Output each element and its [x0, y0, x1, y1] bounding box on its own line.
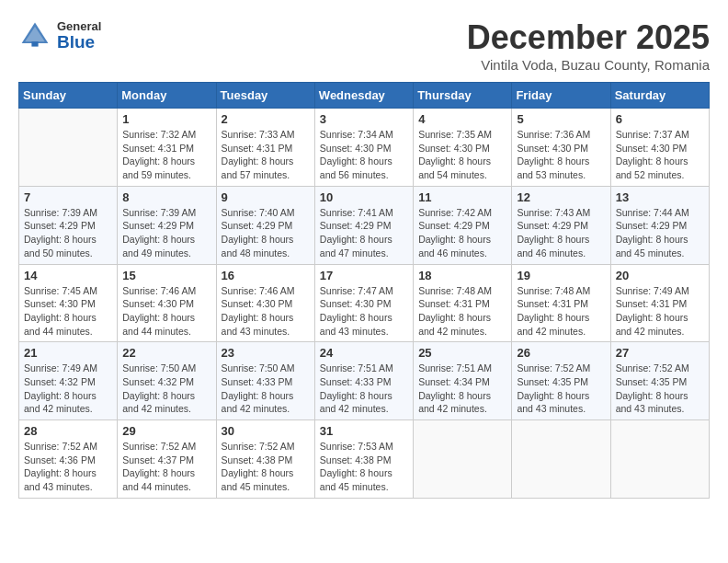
- day-info: Sunrise: 7:49 AM Sunset: 4:32 PM Dayligh…: [24, 362, 112, 416]
- calendar-cell: 31Sunrise: 7:53 AM Sunset: 4:38 PM Dayli…: [314, 420, 413, 499]
- day-number: 16: [222, 269, 310, 282]
- day-info: Sunrise: 7:51 AM Sunset: 4:34 PM Dayligh…: [418, 362, 506, 416]
- day-info: Sunrise: 7:39 AM Sunset: 4:29 PM Dayligh…: [24, 206, 112, 260]
- day-number: 1: [122, 112, 210, 126]
- day-number: 20: [616, 269, 704, 282]
- calendar-cell: 6Sunrise: 7:37 AM Sunset: 4:30 PM Daylig…: [610, 109, 709, 187]
- day-info: Sunrise: 7:51 AM Sunset: 4:33 PM Dayligh…: [320, 362, 408, 416]
- calendar-cell: 8Sunrise: 7:39 AM Sunset: 4:29 PM Daylig…: [118, 186, 216, 264]
- day-header-monday: Monday: [118, 83, 216, 109]
- day-number: 15: [122, 269, 210, 282]
- day-info: Sunrise: 7:45 AM Sunset: 4:30 PM Dayligh…: [24, 284, 112, 339]
- day-number: 8: [122, 190, 210, 204]
- svg-rect-2: [31, 41, 38, 46]
- day-info: Sunrise: 7:49 AM Sunset: 4:31 PM Dayligh…: [616, 284, 704, 339]
- calendar-cell: 12Sunrise: 7:43 AM Sunset: 4:29 PM Dayli…: [512, 186, 610, 264]
- day-header-sunday: Sunday: [19, 83, 118, 109]
- day-number: 10: [320, 190, 408, 204]
- day-info: Sunrise: 7:35 AM Sunset: 4:30 PM Dayligh…: [418, 128, 506, 182]
- calendar-cell: 24Sunrise: 7:51 AM Sunset: 4:33 PM Dayli…: [314, 342, 413, 420]
- day-number: 4: [418, 112, 506, 126]
- calendar-cell: 17Sunrise: 7:47 AM Sunset: 4:30 PM Dayli…: [314, 264, 413, 342]
- calendar-cell: 2Sunrise: 7:33 AM Sunset: 4:31 PM Daylig…: [216, 109, 314, 187]
- day-number: 17: [320, 269, 408, 282]
- day-number: 7: [24, 190, 112, 204]
- logo: General Blue: [18, 18, 101, 52]
- day-header-wednesday: Wednesday: [314, 83, 413, 109]
- logo-general: General: [57, 19, 101, 33]
- day-info: Sunrise: 7:44 AM Sunset: 4:29 PM Dayligh…: [616, 206, 704, 260]
- day-number: 22: [122, 346, 210, 360]
- day-info: Sunrise: 7:52 AM Sunset: 4:37 PM Dayligh…: [122, 440, 210, 494]
- calendar-cell: [512, 420, 610, 499]
- calendar-cell: 16Sunrise: 7:46 AM Sunset: 4:30 PM Dayli…: [216, 264, 314, 342]
- calendar-cell: 15Sunrise: 7:46 AM Sunset: 4:30 PM Dayli…: [118, 264, 216, 342]
- day-number: 18: [418, 269, 506, 282]
- logo-icon: [18, 18, 51, 52]
- calendar-cell: 1Sunrise: 7:32 AM Sunset: 4:31 PM Daylig…: [118, 109, 216, 187]
- day-number: 13: [616, 190, 704, 204]
- calendar-cell: 22Sunrise: 7:50 AM Sunset: 4:32 PM Dayli…: [118, 342, 216, 420]
- day-number: 23: [222, 346, 310, 360]
- month-title: December 2025: [467, 18, 710, 57]
- calendar-cell: 25Sunrise: 7:51 AM Sunset: 4:34 PM Dayli…: [414, 342, 512, 420]
- calendar-cell: 3Sunrise: 7:34 AM Sunset: 4:30 PM Daylig…: [314, 109, 413, 187]
- day-info: Sunrise: 7:50 AM Sunset: 4:33 PM Dayligh…: [222, 362, 310, 416]
- day-info: Sunrise: 7:50 AM Sunset: 4:32 PM Dayligh…: [122, 362, 210, 416]
- calendar-cell: 14Sunrise: 7:45 AM Sunset: 4:30 PM Dayli…: [19, 264, 118, 342]
- week-row-1: 1Sunrise: 7:32 AM Sunset: 4:31 PM Daylig…: [19, 109, 710, 187]
- day-number: 2: [222, 112, 310, 126]
- day-info: Sunrise: 7:52 AM Sunset: 4:36 PM Dayligh…: [24, 440, 112, 494]
- calendar-cell: 28Sunrise: 7:52 AM Sunset: 4:36 PM Dayli…: [19, 420, 118, 499]
- day-info: Sunrise: 7:42 AM Sunset: 4:29 PM Dayligh…: [418, 206, 506, 260]
- calendar-cell: 18Sunrise: 7:48 AM Sunset: 4:31 PM Dayli…: [414, 264, 512, 342]
- day-number: 14: [24, 269, 112, 282]
- calendar-header-row: SundayMondayTuesdayWednesdayThursdayFrid…: [19, 83, 710, 109]
- day-info: Sunrise: 7:34 AM Sunset: 4:30 PM Dayligh…: [320, 128, 408, 182]
- day-info: Sunrise: 7:36 AM Sunset: 4:30 PM Dayligh…: [517, 128, 605, 182]
- calendar-cell: 23Sunrise: 7:50 AM Sunset: 4:33 PM Dayli…: [216, 342, 314, 420]
- week-row-3: 14Sunrise: 7:45 AM Sunset: 4:30 PM Dayli…: [19, 264, 710, 342]
- day-info: Sunrise: 7:48 AM Sunset: 4:31 PM Dayligh…: [517, 284, 605, 339]
- day-info: Sunrise: 7:46 AM Sunset: 4:30 PM Dayligh…: [122, 284, 210, 339]
- calendar-cell: 20Sunrise: 7:49 AM Sunset: 4:31 PM Dayli…: [610, 264, 709, 342]
- day-number: 25: [418, 346, 506, 360]
- day-number: 27: [616, 346, 704, 360]
- day-info: Sunrise: 7:52 AM Sunset: 4:35 PM Dayligh…: [517, 362, 605, 416]
- calendar-cell: 21Sunrise: 7:49 AM Sunset: 4:32 PM Dayli…: [19, 342, 118, 420]
- week-row-4: 21Sunrise: 7:49 AM Sunset: 4:32 PM Dayli…: [19, 342, 710, 420]
- day-number: 29: [122, 424, 210, 438]
- day-info: Sunrise: 7:53 AM Sunset: 4:38 PM Dayligh…: [320, 440, 408, 494]
- day-number: 24: [320, 346, 408, 360]
- calendar-cell: [610, 420, 709, 499]
- calendar-cell: 4Sunrise: 7:35 AM Sunset: 4:30 PM Daylig…: [414, 109, 512, 187]
- calendar-cell: 30Sunrise: 7:52 AM Sunset: 4:38 PM Dayli…: [216, 420, 314, 499]
- day-info: Sunrise: 7:43 AM Sunset: 4:29 PM Dayligh…: [517, 206, 605, 260]
- day-info: Sunrise: 7:32 AM Sunset: 4:31 PM Dayligh…: [122, 128, 210, 182]
- day-number: 5: [517, 112, 605, 126]
- calendar-cell: 9Sunrise: 7:40 AM Sunset: 4:29 PM Daylig…: [216, 186, 314, 264]
- day-header-thursday: Thursday: [414, 83, 512, 109]
- calendar-cell: 10Sunrise: 7:41 AM Sunset: 4:29 PM Dayli…: [314, 186, 413, 264]
- day-info: Sunrise: 7:39 AM Sunset: 4:29 PM Dayligh…: [122, 206, 210, 260]
- day-info: Sunrise: 7:37 AM Sunset: 4:30 PM Dayligh…: [616, 128, 704, 182]
- day-info: Sunrise: 7:46 AM Sunset: 4:30 PM Dayligh…: [222, 284, 310, 339]
- day-info: Sunrise: 7:33 AM Sunset: 4:31 PM Dayligh…: [222, 128, 310, 182]
- calendar-cell: [19, 109, 118, 187]
- day-number: 12: [517, 190, 605, 204]
- location-title: Vintila Voda, Buzau County, Romania: [467, 57, 710, 73]
- logo-blue: Blue: [57, 33, 101, 51]
- calendar-cell: 7Sunrise: 7:39 AM Sunset: 4:29 PM Daylig…: [19, 186, 118, 264]
- calendar-cell: 26Sunrise: 7:52 AM Sunset: 4:35 PM Dayli…: [512, 342, 610, 420]
- calendar-cell: 13Sunrise: 7:44 AM Sunset: 4:29 PM Dayli…: [610, 186, 709, 264]
- calendar-cell: 29Sunrise: 7:52 AM Sunset: 4:37 PM Dayli…: [118, 420, 216, 499]
- day-number: 26: [517, 346, 605, 360]
- day-number: 30: [222, 424, 310, 438]
- day-number: 6: [616, 112, 704, 126]
- day-number: 21: [24, 346, 112, 360]
- day-number: 11: [418, 190, 506, 204]
- week-row-5: 28Sunrise: 7:52 AM Sunset: 4:36 PM Dayli…: [19, 420, 710, 499]
- day-number: 3: [320, 112, 408, 126]
- day-number: 28: [24, 424, 112, 438]
- day-header-friday: Friday: [512, 83, 610, 109]
